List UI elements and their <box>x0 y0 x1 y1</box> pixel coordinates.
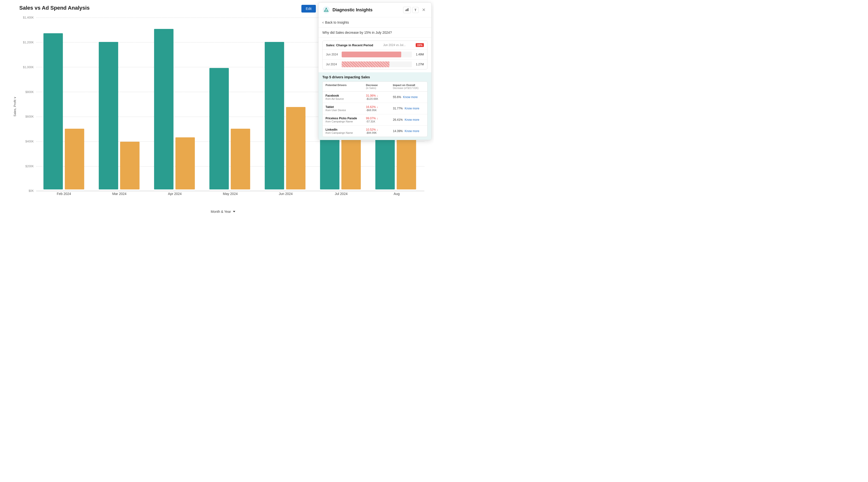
y-axis-label: Sales, Profit ∨ <box>13 96 17 117</box>
driver-name-facebook: Facebook from Ad Source <box>326 94 366 100</box>
back-arrow-icon: ‹ <box>322 20 323 25</box>
panel-header: Diagnostic Insights T ✕ <box>318 3 431 18</box>
svg-point-1 <box>326 8 327 9</box>
sales-bar-row-jul: Jul 2024 1.27M <box>322 59 427 69</box>
sales-bar-label-jul: Jul 2024 <box>326 63 339 66</box>
x-axis-labels: Feb 2024 Mar 2024 Apr 2024 May 2024 Jun … <box>36 192 424 196</box>
sales-bar-label-jun: Jun 2024 <box>326 53 339 56</box>
sales-bar-track-jun <box>342 52 412 57</box>
bar-may-orange[interactable] <box>231 129 250 189</box>
sales-bar-row-jun: Jun 2024 1.49M <box>322 50 427 59</box>
svg-rect-5 <box>408 8 408 11</box>
x-axis-title-text: Month & Year <box>211 210 231 214</box>
bar-chart-icon <box>405 8 409 11</box>
sales-change-badge: 15% <box>416 43 424 47</box>
driver-impact-facebook: 55.6% Know more <box>393 95 424 99</box>
bar-jun-orange[interactable] <box>286 107 306 189</box>
col-header-decrease-label: Decrease <box>366 84 378 87</box>
bar-feb-teal[interactable] <box>43 33 63 189</box>
label-jun: Jun 2024 <box>258 192 313 196</box>
col-header-drivers: Potential Drivers <box>326 84 366 89</box>
x-axis-title[interactable]: Month & Year <box>19 210 427 214</box>
know-more-tablet[interactable]: Know more <box>405 107 419 110</box>
driver-name-tablet: Tablet from User Device <box>326 105 366 111</box>
sales-bar-fill-jun <box>342 52 401 57</box>
bar-may-teal[interactable] <box>209 68 229 189</box>
driver-impact-linkedin: 14.39% Know more <box>393 129 424 133</box>
insight-question: Why did Sales decrease by 15% in July 20… <box>318 28 431 38</box>
sales-change-card: Sales: Change in Recent Period Jun 2024 … <box>322 40 428 69</box>
driver-decrease-priceless: 99.07% ↓ -57.31K <box>366 117 393 123</box>
svg-rect-3 <box>406 10 406 11</box>
driver-decrease-linkedin: 10.52% ↓ -$94.99K <box>366 128 393 134</box>
text-icon-button[interactable]: T <box>412 7 418 13</box>
driver-impact-tablet: 31.77% Know more <box>393 107 424 110</box>
driver-row-priceless: Priceless Picks Parade from Campaingn Na… <box>322 114 427 126</box>
driver-row-facebook: Facebook from Ad Source 31.06% ↓ -$120.6… <box>322 92 427 103</box>
svg-point-0 <box>323 6 330 13</box>
drivers-table-header: Potential Drivers Decrease (in Sales) Im… <box>322 82 427 92</box>
driver-decrease-tablet: 16.62% ↓ -$68.95K <box>366 105 393 111</box>
driver-impact-priceless: 26.41% Know more <box>393 118 424 122</box>
sales-bar-fill-jul <box>342 61 390 67</box>
know-more-facebook[interactable]: Know more <box>403 95 418 99</box>
drivers-table: Potential Drivers Decrease (in Sales) Im… <box>322 82 428 137</box>
edit-button[interactable]: Edit <box>301 5 316 12</box>
col-header-impact: Impact on Overall Decrease (of $217.01K) <box>393 84 424 89</box>
col-header-impact-label: Impact on Overall <box>393 84 415 87</box>
label-apr: Apr 2024 <box>147 192 203 196</box>
sales-bar-value-jul: 1.27M <box>414 63 424 66</box>
label-may: May 2024 <box>203 192 258 196</box>
bar-apr-orange[interactable] <box>176 137 195 189</box>
chart-icon-button[interactable] <box>403 7 411 13</box>
bar-mar-orange[interactable] <box>120 142 140 189</box>
sales-change-title: Sales: Change in Recent Period <box>326 43 373 47</box>
drivers-title: Top 5 drivers impacting Sales <box>322 75 428 79</box>
driver-row-tablet: Tablet from User Device 16.62% ↓ -$68.95… <box>322 103 427 114</box>
know-more-priceless[interactable]: Know more <box>405 118 419 122</box>
label-mar: Mar 2024 <box>92 192 147 196</box>
col-header-decrease: Decrease (in Sales) <box>366 84 393 89</box>
back-label: Back to Insights <box>325 21 349 24</box>
driver-row-linkedin: LinkedIn from Campaingn Name 10.52% ↓ -$… <box>322 126 427 137</box>
driver-name-priceless: Priceless Picks Parade from Campaingn Na… <box>326 117 366 123</box>
label-aug: Aug <box>369 192 424 196</box>
label-jul: Jul 2024 <box>313 192 369 196</box>
x-axis-chevron-icon <box>233 211 235 212</box>
driver-decrease-facebook: 31.06% ↓ -$120.66K <box>366 94 393 100</box>
back-to-insights-link[interactable]: ‹ Back to Insights <box>318 18 431 28</box>
panel-title: Diagnostic Insights <box>333 7 401 12</box>
diagnostic-panel: Diagnostic Insights T ✕ ‹ Back to Insigh… <box>318 2 432 140</box>
zia-logo-icon <box>322 6 330 14</box>
driver-name-linkedin: LinkedIn from Campaingn Name <box>326 128 366 134</box>
panel-header-actions: T ✕ <box>403 6 428 13</box>
sales-change-header: Sales: Change in Recent Period Jun 2024 … <box>322 41 427 50</box>
close-button[interactable]: ✕ <box>420 6 428 13</box>
sales-change-period: Jun 2024 vs Jul... <box>383 43 406 47</box>
col-header-impact-sub: Decrease (of $217.01K) <box>393 87 418 89</box>
sales-bar-value-jun: 1.49M <box>414 53 424 56</box>
sales-bar-track-jul <box>342 61 412 67</box>
drivers-section: Top 5 drivers impacting Sales Potential … <box>318 72 431 140</box>
label-feb: Feb 2024 <box>36 192 92 196</box>
bar-apr-teal[interactable] <box>154 29 174 189</box>
bar-feb-orange[interactable] <box>65 129 84 189</box>
bar-mar-teal[interactable] <box>99 42 118 189</box>
svg-rect-4 <box>407 9 407 11</box>
bar-jun-teal[interactable] <box>265 42 284 189</box>
know-more-linkedin[interactable]: Know more <box>405 129 419 133</box>
col-header-decrease-sub: (in Sales) <box>366 87 376 89</box>
